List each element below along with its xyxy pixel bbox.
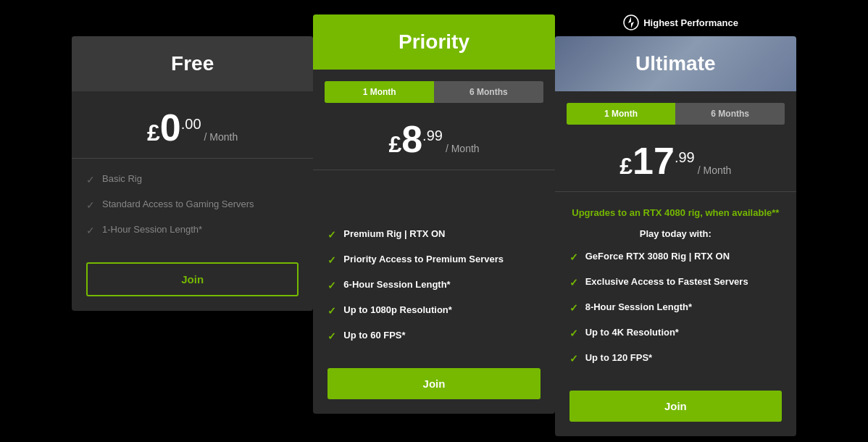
free-price-section: £ 0 .00 / Month bbox=[72, 91, 313, 159]
priority-toggle-6months[interactable]: 6 Months bbox=[434, 81, 543, 103]
priority-feature-3-text: 6-Hour Session Length* bbox=[343, 279, 450, 290]
ultimate-feature-4-text: Up to 4K Resolution* bbox=[585, 327, 679, 338]
check-icon-u4: ✓ bbox=[569, 328, 578, 339]
ultimate-price-decimal: .99 bbox=[675, 149, 695, 166]
priority-feature-3: ✓ 6-Hour Session Length* bbox=[327, 279, 540, 291]
priority-feature-5: ✓ Up to 60 FPS* bbox=[327, 330, 540, 342]
free-price-decimal: .00 bbox=[181, 116, 201, 133]
ultimate-price-currency: £ bbox=[619, 153, 633, 180]
ultimate-toggle-container: 1 Month 6 Months bbox=[567, 103, 785, 125]
free-price-period: / Month bbox=[204, 131, 238, 143]
check-icon-p5: ✓ bbox=[327, 330, 336, 342]
ultimate-feature-2-text: Exclusive Access to Fastest Servers bbox=[585, 276, 748, 287]
free-feature-list: ✓ Basic Rig ✓ Standard Access to Gaming … bbox=[86, 173, 299, 236]
check-icon-1: ✓ bbox=[86, 174, 95, 185]
ultimate-price-section: £ 17 .99 / Month bbox=[555, 125, 796, 192]
free-feature-1: ✓ Basic Rig bbox=[86, 173, 299, 185]
priority-price-display: £ 8 .99 / Month bbox=[388, 120, 479, 158]
priority-feature-2-text: Priority Access to Premium Servers bbox=[343, 254, 504, 264]
priority-price-main: 8 bbox=[401, 120, 422, 158]
priority-price-decimal: .99 bbox=[422, 128, 443, 144]
free-feature-2-text: Standard Access to Gaming Servers bbox=[102, 199, 254, 209]
ultimate-toggle-1month[interactable]: 1 Month bbox=[567, 103, 676, 125]
priority-features-section: ✓ Premium Rig | RTX ON ✓ Priority Access… bbox=[313, 170, 554, 356]
ultimate-feature-1: ✓ GeForce RTX 3080 Rig | RTX ON bbox=[569, 251, 782, 263]
priority-spacer bbox=[327, 185, 540, 228]
free-feature-3-text: 1-Hour Session Length* bbox=[102, 224, 202, 235]
priority-toggle-container: 1 Month 6 Months bbox=[325, 81, 543, 103]
ultimate-play-today: Play today with: bbox=[569, 228, 782, 239]
free-plan-header: Free bbox=[72, 36, 313, 91]
plan-card-free: Free £ 0 .00 / Month ✓ Basic Rig ✓ Stand… bbox=[72, 36, 313, 311]
plan-card-priority: Priority 1 Month 6 Months £ 8 .99 / Mont… bbox=[313, 14, 554, 414]
ultimate-price-display: £ 17 .99 / Month bbox=[619, 142, 731, 180]
check-icon-p4: ✓ bbox=[327, 305, 336, 317]
plan-card-ultimate: Ultimate 1 Month 6 Months £ 17 .99 / Mon… bbox=[555, 36, 796, 436]
free-price-currency: £ bbox=[147, 120, 160, 146]
free-plan-name: Free bbox=[88, 52, 297, 75]
ultimate-price-period: / Month bbox=[698, 164, 732, 176]
priority-plan-header: Priority bbox=[313, 14, 554, 70]
priority-feature-1-text: Premium Rig | RTX ON bbox=[343, 228, 445, 239]
ultimate-join-section: Join bbox=[555, 379, 796, 436]
ultimate-feature-5: ✓ Up to 120 FPS* bbox=[569, 352, 782, 364]
free-feature-1-text: Basic Rig bbox=[102, 173, 142, 184]
highest-performance-badge: Highest Performance bbox=[623, 14, 738, 30]
priority-feature-list: ✓ Premium Rig | RTX ON ✓ Priority Access… bbox=[327, 228, 540, 342]
ultimate-feature-4: ✓ Up to 4K Resolution* bbox=[569, 327, 782, 339]
ultimate-feature-1-text: GeForce RTX 3080 Rig | RTX ON bbox=[585, 251, 730, 262]
check-icon-u2: ✓ bbox=[569, 277, 578, 288]
priority-plan-name: Priority bbox=[329, 30, 538, 54]
check-icon-2: ✓ bbox=[86, 199, 95, 211]
priority-price-section: £ 8 .99 / Month bbox=[313, 103, 554, 170]
priority-feature-4: ✓ Up to 1080p Resolution* bbox=[327, 304, 540, 317]
ultimate-price-main: 17 bbox=[633, 142, 675, 180]
priority-feature-4-text: Up to 1080p Resolution* bbox=[343, 304, 452, 315]
priority-price-currency: £ bbox=[388, 131, 401, 158]
check-icon-u1: ✓ bbox=[569, 251, 578, 263]
check-icon-u5: ✓ bbox=[569, 353, 578, 364]
ultimate-plan-header: Ultimate bbox=[555, 36, 796, 91]
performance-icon bbox=[623, 14, 639, 30]
priority-join-section: Join bbox=[313, 356, 554, 414]
ultimate-feature-3: ✓ 8-Hour Session Length* bbox=[569, 301, 782, 314]
ultimate-feature-5-text: Up to 120 FPS* bbox=[585, 352, 652, 363]
ultimate-features-section: Upgrades to an RTX 4080 rig, when availa… bbox=[555, 192, 796, 379]
free-join-section: Join bbox=[72, 251, 313, 311]
ultimate-feature-3-text: 8-Hour Session Length* bbox=[585, 301, 692, 312]
priority-price-period: / Month bbox=[446, 143, 480, 154]
priority-feature-1: ✓ Premium Rig | RTX ON bbox=[327, 228, 540, 241]
free-price-display: £ 0 .00 / Month bbox=[147, 109, 238, 146]
free-feature-2: ✓ Standard Access to Gaming Servers bbox=[86, 199, 299, 211]
free-join-button[interactable]: Join bbox=[86, 262, 299, 296]
check-icon-p3: ✓ bbox=[327, 280, 336, 291]
check-icon-p1: ✓ bbox=[327, 229, 336, 241]
badge-label: Highest Performance bbox=[643, 17, 738, 28]
ultimate-feature-2: ✓ Exclusive Access to Fastest Servers bbox=[569, 276, 782, 288]
pricing-section: Highest Performance Free £ 0 .00 / Month… bbox=[72, 14, 796, 436]
free-feature-3: ✓ 1-Hour Session Length* bbox=[86, 224, 299, 236]
check-icon-u3: ✓ bbox=[569, 302, 578, 314]
priority-join-button[interactable]: Join bbox=[327, 368, 540, 399]
ultimate-feature-list: ✓ GeForce RTX 3080 Rig | RTX ON ✓ Exclus… bbox=[569, 251, 782, 364]
priority-toggle-1month[interactable]: 1 Month bbox=[325, 81, 434, 103]
free-price-main: 0 bbox=[160, 109, 181, 146]
check-icon-3: ✓ bbox=[86, 225, 95, 236]
check-icon-p2: ✓ bbox=[327, 254, 336, 266]
ultimate-join-button[interactable]: Join bbox=[569, 391, 782, 422]
priority-feature-5-text: Up to 60 FPS* bbox=[343, 330, 405, 341]
ultimate-plan-name: Ultimate bbox=[571, 52, 780, 75]
ultimate-toggle-6months[interactable]: 6 Months bbox=[675, 103, 785, 125]
priority-feature-2: ✓ Priority Access to Premium Servers bbox=[327, 254, 540, 266]
ultimate-rtx-upgrade: Upgrades to an RTX 4080 rig, when availa… bbox=[569, 207, 782, 220]
free-features-section: ✓ Basic Rig ✓ Standard Access to Gaming … bbox=[72, 159, 313, 251]
